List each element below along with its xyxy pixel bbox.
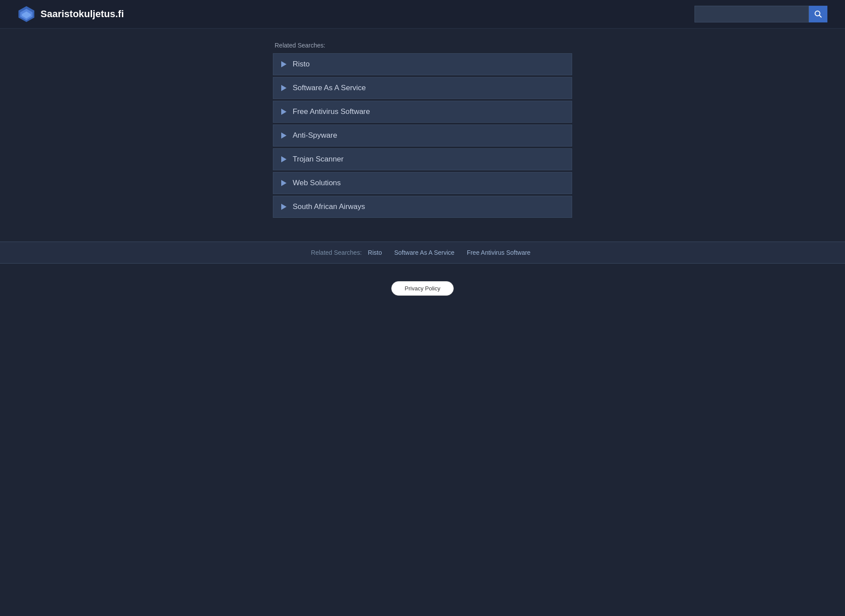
svg-line-4: [819, 15, 822, 18]
play-icon-risto: [281, 61, 287, 67]
play-icon-south-african-airways: [281, 204, 287, 210]
search-input[interactable]: [694, 6, 809, 22]
search-item-trojan-scanner[interactable]: Trojan Scanner: [273, 148, 572, 170]
footer-links-container: Related Searches: Risto Software As A Se…: [18, 249, 827, 256]
center-panel: Related Searches: Risto Software As A Se…: [273, 42, 572, 220]
search-item-web-solutions[interactable]: Web Solutions: [273, 172, 572, 194]
main-content: Related Searches: Risto Software As A Se…: [0, 29, 845, 233]
privacy-policy-button[interactable]: Privacy Policy: [391, 281, 454, 296]
play-icon-free-antivirus-software: [281, 109, 287, 115]
search-item-free-antivirus-software[interactable]: Free Antivirus Software: [273, 101, 572, 123]
search-item-label-south-african-airways: South African Airways: [293, 202, 365, 211]
footer-link-software-as-service[interactable]: Software As A Service: [391, 249, 458, 256]
play-icon-trojan-scanner: [281, 156, 287, 162]
search-area: [694, 6, 827, 22]
search-item-label-web-solutions: Web Solutions: [293, 179, 341, 187]
search-list: Risto Software As A Service Free Antivir…: [273, 53, 572, 220]
search-item-south-african-airways[interactable]: South African Airways: [273, 196, 572, 218]
footer-related-label: Related Searches:: [311, 249, 362, 256]
header: Saaristokuljetus.fi: [0, 0, 845, 29]
search-item-label-free-antivirus-software: Free Antivirus Software: [293, 107, 370, 116]
search-item-risto[interactable]: Risto: [273, 53, 572, 75]
play-icon-anti-spyware: [281, 132, 287, 139]
footer-related-bar: Related Searches: Risto Software As A Se…: [0, 242, 845, 264]
search-item-label-anti-spyware: Anti-Spyware: [293, 131, 337, 140]
logo-area: Saaristokuljetus.fi: [18, 5, 124, 23]
search-item-label-software-as-a-service: Software As A Service: [293, 84, 366, 92]
logo-icon: [18, 5, 35, 23]
footer-link-risto[interactable]: Risto: [364, 249, 386, 256]
related-searches-heading: Related Searches:: [273, 42, 572, 49]
site-title: Saaristokuljetus.fi: [40, 8, 124, 20]
search-icon: [814, 10, 822, 18]
search-item-label-trojan-scanner: Trojan Scanner: [293, 155, 344, 164]
search-item-label-risto: Risto: [293, 60, 310, 69]
search-item-software-as-a-service[interactable]: Software As A Service: [273, 77, 572, 99]
search-button[interactable]: [809, 6, 827, 22]
privacy-section: Privacy Policy: [0, 281, 845, 296]
search-item-anti-spyware[interactable]: Anti-Spyware: [273, 125, 572, 147]
play-icon-software-as-a-service: [281, 85, 287, 91]
footer-link-free-antivirus[interactable]: Free Antivirus Software: [463, 249, 534, 256]
play-icon-web-solutions: [281, 180, 287, 186]
